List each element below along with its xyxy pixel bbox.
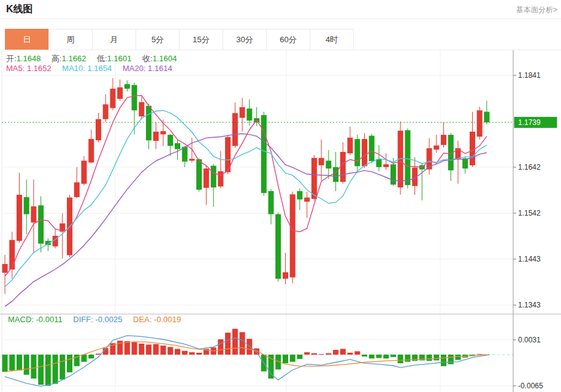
open-label: 开: — [6, 54, 17, 63]
low-value: 1.1601 — [107, 54, 132, 63]
ma20-value: MA20: 1.1614 — [123, 64, 172, 73]
svg-text:0.0031: 0.0031 — [518, 336, 541, 344]
close-value: 1.1604 — [153, 54, 177, 63]
price-axis: 1.18411.16421.15421.14431.13430.0031-0.0… — [513, 50, 543, 392]
macd-value: MACD: -0.0011 — [8, 315, 63, 324]
ma5-value: MA5: 1.1652 — [6, 64, 52, 73]
svg-text:1.1443: 1.1443 — [518, 255, 541, 263]
kline-page: { "header": {"title": "K线图", "link": "基本… — [0, 0, 561, 392]
tab-60min[interactable]: 60分 — [266, 29, 310, 50]
page-title: K线图 — [6, 3, 33, 16]
high-label: 高: — [52, 54, 62, 63]
close-label: 收: — [142, 54, 153, 63]
period-tabs: 日 周 月 5分 15分 30分 60分 4时 — [5, 29, 354, 50]
candles-layer — [2, 78, 490, 294]
svg-text:1.1841: 1.1841 — [518, 71, 541, 80]
tab-30min[interactable]: 30分 — [223, 29, 267, 50]
fundamental-analysis-link[interactable]: 基本面分析> — [516, 5, 557, 15]
chart-container: 1.18411.16421.15421.14431.13430.0031-0.0… — [0, 50, 561, 392]
diff-value: DIFF: -0.0025 — [73, 315, 122, 324]
low-label: 低: — [97, 54, 107, 63]
ohlc-overlay: 开:1.1648 高:1.1662 低:1.1601 收:1.1604 — [6, 53, 177, 64]
ma-overlay: MA5: 1.1652 MA10: 1.1654 MA20: 1.1614 — [6, 64, 172, 73]
svg-text:1.1343: 1.1343 — [518, 301, 541, 309]
macd-overlay: MACD: -0.0011 DIFF: -0.0025 DEA: -0.0019 — [8, 315, 181, 324]
tab-15min[interactable]: 15分 — [179, 29, 223, 50]
svg-text:1.1739: 1.1739 — [518, 118, 541, 127]
tab-month[interactable]: 月 — [92, 29, 136, 50]
tab-week[interactable]: 周 — [48, 29, 93, 50]
ma-lines — [5, 96, 487, 307]
open-value: 1.1648 — [17, 54, 41, 63]
svg-text:1.1542: 1.1542 — [518, 209, 541, 217]
tab-day[interactable]: 日 — [5, 29, 49, 50]
svg-text:-0.0065: -0.0065 — [518, 382, 543, 390]
kline-chart[interactable]: 1.18411.16421.15421.14431.13430.0031-0.0… — [0, 50, 561, 392]
current-price-tag: 1.1739 — [514, 117, 557, 128]
tab-4hour[interactable]: 4时 — [310, 29, 354, 50]
page-header: K线图 基本面分析> — [0, 0, 561, 18]
tab-5min[interactable]: 5分 — [135, 29, 180, 50]
gridlines — [2, 50, 513, 391]
ma10-value: MA10: 1.1654 — [62, 64, 112, 73]
svg-text:1.1642: 1.1642 — [518, 163, 541, 172]
dea-value: DEA: -0.0019 — [133, 315, 181, 324]
high-value: 1.1662 — [62, 54, 86, 63]
header-divider — [0, 18, 561, 19]
